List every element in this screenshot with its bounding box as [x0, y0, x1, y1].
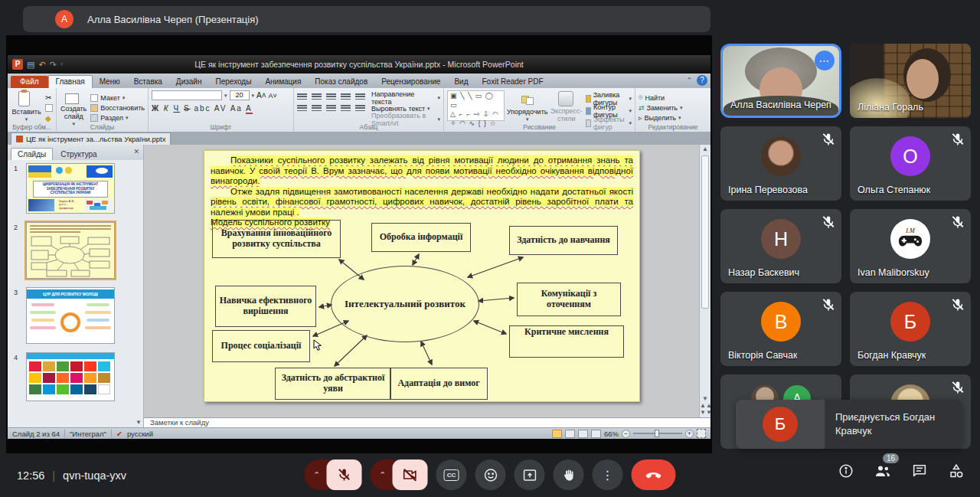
shrink-font-icon[interactable]: A˅ — [269, 92, 277, 100]
cut-icon[interactable]: ✂ — [45, 93, 53, 102]
participant-tile-nazar[interactable]: Н Назар Баскевич — [720, 209, 841, 283]
slide-canvas[interactable]: Показники суспільного розвитку залежать … — [204, 150, 640, 402]
paste-button[interactable]: Вставить▾ — [11, 90, 42, 123]
align-left-icon[interactable] — [297, 104, 307, 111]
section-button[interactable]: Раздел▾ — [90, 114, 145, 123]
text-direction-button[interactable]: Направление текста▾ — [371, 93, 440, 103]
font-color-icon[interactable]: A — [246, 104, 253, 114]
shape-outline-button[interactable]: Контур фигуры▾ — [586, 106, 632, 116]
panel-close-icon[interactable]: ✕ — [133, 148, 139, 155]
select-button[interactable]: ▹Выделить▾ — [639, 114, 683, 123]
tab-insert[interactable]: Вставка — [127, 76, 169, 88]
diagram-box[interactable]: Комунікації з оточенням — [517, 283, 621, 316]
columns-icon[interactable] — [355, 104, 365, 111]
slideshow-icon[interactable] — [591, 430, 601, 438]
format-painter-icon[interactable]: ◆ — [45, 114, 53, 123]
tab-design[interactable]: Дизайн — [169, 76, 209, 88]
reading-view-icon[interactable] — [578, 430, 588, 438]
case-icon[interactable]: Aa — [230, 104, 243, 113]
tab-animations[interactable]: Анимация — [258, 76, 308, 88]
diagram-box[interactable]: Процес соціалізації — [212, 330, 310, 362]
slide-thumbnail-4[interactable] — [26, 352, 115, 401]
diagram-box[interactable]: Здатність до абстрактної уяви — [275, 368, 391, 400]
meeting-details-button[interactable] — [836, 461, 856, 481]
diagram-box[interactable]: Критичне мислення — [509, 325, 624, 358]
tab-transitions[interactable]: Переходы — [208, 76, 258, 88]
diagram-center-ellipse[interactable]: Інтелектуальний розвиток — [331, 266, 479, 342]
shapes-gallery[interactable]: ▣ ╲ ╲ ▭ ◯ ▭ △ ⌐ ⌐ ⇨ ⇩ ◠ ✧ ◠ ∿ { } ☆ — [447, 90, 505, 121]
strikethrough-icon[interactable]: S — [184, 104, 191, 113]
participant-tile-liliana[interactable]: Ліліана Гораль — [850, 44, 971, 118]
zoom-out-icon[interactable]: − — [622, 430, 630, 438]
reset-button[interactable]: Восстановить — [90, 103, 145, 112]
replace-button[interactable]: ⇄Заменить▾ — [639, 103, 683, 112]
font-size-box[interactable]: 20 — [230, 90, 250, 100]
spellcheck-icon[interactable]: ✔ — [116, 430, 122, 438]
panel-tab-outline[interactable]: Структура — [54, 149, 103, 160]
participant-tile-alla[interactable]: ⋯ Алла Василівна Череп — [720, 44, 841, 118]
shadow-icon[interactable]: abc — [194, 104, 211, 113]
presenter-banner[interactable]: А Алла Василівна Череп (Презентація) — [23, 6, 710, 32]
diagram-box[interactable]: Адаптація до вимог — [390, 368, 488, 400]
slide-thumbnail-2[interactable] — [26, 222, 115, 279]
slide-thumbnail-3[interactable]: ЦУР ДЛЯ РОЗВИТКУ МОЛОДІ — [26, 287, 115, 344]
mic-options-button[interactable]: ⌃ — [305, 459, 329, 490]
quick-styles-button[interactable]: Экспресс-стили — [550, 90, 583, 123]
panel-tab-slides[interactable]: Слайды — [11, 148, 53, 160]
underline-icon[interactable]: Ч — [174, 104, 181, 113]
numbering-icon[interactable] — [312, 93, 322, 100]
find-button[interactable]: ⌾Найти — [639, 93, 683, 102]
diagram-box[interactable]: Обробка інформації — [371, 223, 471, 252]
indent-more-icon[interactable] — [341, 93, 351, 100]
copy-icon[interactable] — [45, 104, 53, 112]
layout-button[interactable]: Макет▾ — [90, 93, 145, 102]
scrollbar-thumb[interactable] — [701, 155, 709, 309]
italic-icon[interactable]: К — [164, 104, 170, 113]
notes-pane[interactable]: Заметки к слайду — [144, 417, 710, 427]
participant-tile-bohdan[interactable]: Б Богдан Кравчук — [850, 292, 971, 366]
scroll-up-icon[interactable]: ▲ — [700, 145, 710, 154]
scroll-down-icon[interactable]: ▼ — [700, 395, 710, 402]
minimize-ribbon-icon[interactable]: ⌃ — [686, 77, 692, 84]
tab-foxit[interactable]: Foxit Reader PDF — [475, 76, 550, 88]
shape-fill-button[interactable]: Заливка фигуры▾ — [586, 93, 632, 104]
next-slide-icon[interactable]: ▼▼ — [700, 409, 710, 416]
participant-tile-viktoriia[interactable]: В Вікторія Савчак — [720, 292, 841, 366]
align-right-icon[interactable] — [326, 104, 336, 111]
chat-button[interactable] — [910, 461, 929, 481]
tile-menu-icon[interactable]: ⋯ — [815, 51, 835, 70]
tab-home[interactable]: Главная — [48, 75, 93, 88]
language-indicator[interactable]: русский — [127, 430, 153, 438]
diagram-box[interactable]: Здатність до навчання — [509, 226, 618, 255]
camera-off-button[interactable] — [393, 459, 428, 490]
slide-scrollbar[interactable]: ▲ ▼ ▲▲ ▼▼ — [699, 145, 710, 417]
camera-options-button[interactable]: ⌃ — [371, 459, 395, 490]
participant-tile-olha[interactable]: О Ольга Степанюк — [850, 126, 971, 201]
bullets-icon[interactable] — [297, 93, 307, 100]
align-center-icon[interactable] — [312, 104, 322, 111]
zoom-slider[interactable] — [633, 433, 682, 434]
present-button[interactable] — [514, 459, 545, 490]
line-spacing-icon[interactable] — [355, 93, 365, 100]
tab-view[interactable]: Вид — [447, 76, 475, 88]
participant-tile-iryna[interactable]: Ірина Перевозова — [720, 126, 841, 201]
zoom-in-icon[interactable]: + — [685, 430, 694, 438]
tab-file[interactable]: Файл — [11, 76, 48, 88]
document-tab[interactable]: ЦЕ як інструмент за...льства України.ppt… — [11, 132, 171, 145]
justify-icon[interactable] — [341, 104, 351, 111]
mic-mute-button[interactable] — [327, 459, 362, 490]
help-icon[interactable]: ? — [697, 75, 707, 86]
bold-icon[interactable]: Ж — [152, 104, 160, 113]
slide-editing-area[interactable]: Показники суспільного розвитку залежать … — [144, 145, 710, 417]
activities-button[interactable] — [946, 461, 966, 481]
indent-less-icon[interactable] — [326, 93, 336, 100]
previous-slide-icon[interactable]: ▲▲ — [700, 402, 710, 409]
captions-button[interactable]: CC — [436, 459, 467, 490]
diagram-box[interactable]: Навичка ефективного вирішення — [215, 286, 316, 327]
more-options-button[interactable]: ⋮ — [593, 459, 623, 490]
tab-review[interactable]: Рецензирование — [374, 76, 447, 88]
tab-menu[interactable]: Меню — [93, 76, 127, 88]
slide-sorter-icon[interactable] — [565, 430, 575, 438]
slide-thumbnail-1[interactable]: ЦИФРОВІЗАЦІЯ ЯК ІНСТРУМЕНТ ЗАБЕЗПЕЧЕННЯ … — [26, 163, 115, 214]
raise-hand-button[interactable] — [554, 459, 584, 490]
